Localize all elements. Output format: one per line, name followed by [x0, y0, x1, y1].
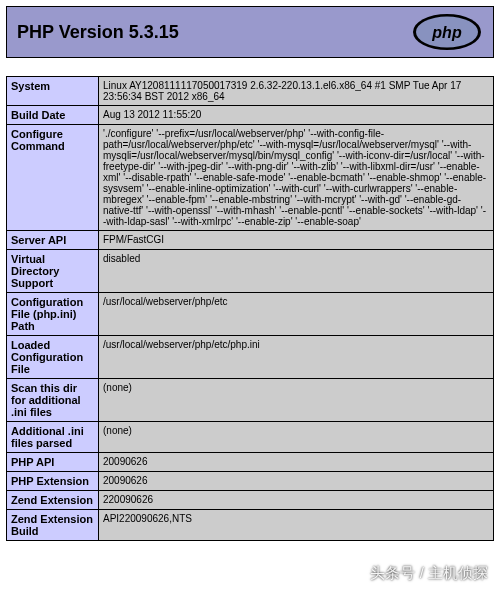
row-label: PHP Extension [7, 472, 99, 491]
row-label: Virtual Directory Support [7, 250, 99, 293]
table-row: PHP API20090626 [7, 453, 494, 472]
row-value: Linux AY1208111117050017319 2.6.32-220.1… [99, 77, 494, 106]
row-value: (none) [99, 422, 494, 453]
row-label: Zend Extension Build [7, 510, 99, 541]
phpinfo-header: PHP Version 5.3.15 php [6, 6, 494, 58]
table-row: Configure Command'./configure' '--prefix… [7, 125, 494, 231]
row-value: (none) [99, 379, 494, 422]
table-row: SystemLinux AY1208111117050017319 2.6.32… [7, 77, 494, 106]
row-value: 20090626 [99, 472, 494, 491]
row-label: Loaded Configuration File [7, 336, 99, 379]
row-label: Configuration File (php.ini) Path [7, 293, 99, 336]
row-label: System [7, 77, 99, 106]
row-value: './configure' '--prefix=/usr/local/webse… [99, 125, 494, 231]
table-row: Additional .ini files parsed(none) [7, 422, 494, 453]
table-row: Scan this dir for additional .ini files(… [7, 379, 494, 422]
table-row: PHP Extension20090626 [7, 472, 494, 491]
row-label: Server API [7, 231, 99, 250]
phpinfo-table: SystemLinux AY1208111117050017319 2.6.32… [6, 76, 494, 541]
row-value: API220090626,NTS [99, 510, 494, 541]
row-label: Build Date [7, 106, 99, 125]
page-title: PHP Version 5.3.15 [17, 22, 179, 43]
table-row: Loaded Configuration File/usr/local/webs… [7, 336, 494, 379]
spacer [6, 58, 494, 76]
row-value: 220090626 [99, 491, 494, 510]
row-value: 20090626 [99, 453, 494, 472]
table-row: Build DateAug 13 2012 11:55:20 [7, 106, 494, 125]
table-row: Server APIFPM/FastCGI [7, 231, 494, 250]
watermark-text: 头条号 / 主机侦探 [370, 564, 488, 583]
row-value: /usr/local/webserver/php/etc [99, 293, 494, 336]
table-row: Zend Extension BuildAPI220090626,NTS [7, 510, 494, 541]
phpinfo-page: PHP Version 5.3.15 php SystemLinux AY120… [0, 0, 500, 541]
php-logo: php [411, 12, 483, 52]
row-label: PHP API [7, 453, 99, 472]
svg-text:php: php [431, 24, 462, 41]
table-row: Zend Extension220090626 [7, 491, 494, 510]
table-row: Configuration File (php.ini) Path/usr/lo… [7, 293, 494, 336]
row-value: disabled [99, 250, 494, 293]
row-label: Additional .ini files parsed [7, 422, 99, 453]
table-row: Virtual Directory Supportdisabled [7, 250, 494, 293]
row-label: Zend Extension [7, 491, 99, 510]
row-value: /usr/local/webserver/php/etc/php.ini [99, 336, 494, 379]
row-value: FPM/FastCGI [99, 231, 494, 250]
row-label: Scan this dir for additional .ini files [7, 379, 99, 422]
row-value: Aug 13 2012 11:55:20 [99, 106, 494, 125]
php-logo-icon: php [411, 12, 483, 52]
row-label: Configure Command [7, 125, 99, 231]
